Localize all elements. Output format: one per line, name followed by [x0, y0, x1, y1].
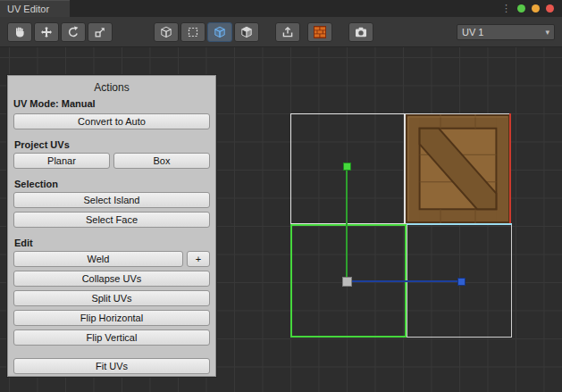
uv-quad-crate-texture[interactable] — [405, 113, 511, 224]
texture-bricks-icon — [314, 26, 326, 38]
edit-section-label: Edit — [8, 231, 215, 251]
vertex-mode-button[interactable] — [154, 22, 179, 42]
toolbar: UV 1 ▾ — [0, 17, 562, 47]
split-uvs-button[interactable]: Split UVs — [13, 290, 210, 306]
titlebar: UV Editor ⋮ — [0, 0, 562, 17]
camera-icon — [355, 26, 367, 38]
selection-mode-group — [154, 22, 259, 42]
uv-canvas[interactable]: Actions UV Mode: Manual Convert to Auto … — [0, 47, 562, 392]
green-vertex-handle[interactable] — [343, 163, 351, 171]
kebab-menu-icon[interactable]: ⋮ — [501, 4, 511, 13]
blue-vertex-handle[interactable] — [457, 278, 466, 286]
gizmo-axis-green-line — [346, 166, 348, 279]
chevron-down-icon: ▾ — [545, 28, 549, 37]
object-mode-button[interactable] — [234, 22, 259, 42]
actions-panel-title: Actions — [8, 76, 215, 97]
crate-texture-image — [406, 114, 510, 223]
select-face-button[interactable]: Select Face — [13, 212, 210, 228]
rotate-icon — [67, 26, 80, 38]
export-saveuv-button[interactable] — [275, 22, 300, 42]
convert-to-auto-button[interactable]: Convert to Auto — [13, 113, 210, 129]
flip-vertical-button[interactable]: Flip Vertical — [13, 329, 210, 346]
export-icon — [281, 26, 294, 38]
planar-button[interactable]: Planar — [13, 153, 110, 169]
cube-face-selected-icon — [214, 26, 226, 38]
gizmo-axis-blue-line — [348, 280, 458, 282]
weld-button[interactable]: Weld — [13, 251, 183, 267]
collapse-uvs-button[interactable]: Collapse UVs — [13, 271, 210, 287]
tab-uv-editor[interactable]: UV Editor — [0, 0, 70, 17]
selection-section-label: Selection — [8, 172, 215, 192]
uv-channel-dropdown[interactable]: UV 1 ▾ — [457, 24, 555, 40]
screenshot-button[interactable] — [348, 22, 373, 42]
pan-tool-button[interactable] — [7, 22, 32, 42]
window-dot-red-icon[interactable] — [546, 4, 554, 13]
fit-uvs-button[interactable]: Fit UVs — [13, 358, 210, 374]
flip-horizontal-button[interactable]: Flip Horizontal — [13, 310, 210, 326]
marquee-mode-button[interactable] — [180, 22, 206, 42]
box-button[interactable]: Box — [113, 153, 210, 169]
titlebar-controls: ⋮ — [501, 0, 562, 17]
uv-mode-label: UV Mode: Manual — [8, 97, 215, 113]
scale-icon — [94, 26, 106, 38]
marquee-selection-icon — [187, 26, 199, 38]
uv-channel-value: UV 1 — [462, 27, 483, 38]
face-mode-button[interactable] — [207, 22, 232, 42]
window-dot-orange-icon[interactable] — [532, 4, 540, 13]
window-dot-green-icon[interactable] — [517, 4, 525, 13]
weld-options-button[interactable]: + — [187, 251, 210, 267]
weld-row: Weld + — [13, 251, 210, 267]
project-uvs-row: Planar Box — [13, 153, 210, 169]
window-title: UV Editor — [7, 4, 49, 14]
gray-pivot-handle[interactable] — [342, 277, 352, 287]
cube-vertex-icon — [160, 26, 172, 38]
actions-panel: Actions UV Mode: Manual Convert to Auto … — [7, 75, 216, 377]
select-island-button[interactable]: Select Island — [13, 192, 210, 208]
uv-seam-red-edge[interactable] — [509, 113, 511, 225]
texture-preview-button[interactable] — [307, 22, 332, 42]
project-uvs-section-label: Project UVs — [8, 133, 215, 153]
uv-edge-highlight-blue[interactable] — [407, 223, 512, 225]
scale-tool-button[interactable] — [88, 22, 113, 42]
transform-tool-group — [7, 22, 113, 42]
move-icon — [40, 26, 53, 38]
cube-object-icon — [240, 26, 253, 38]
rotate-tool-button[interactable] — [61, 22, 86, 42]
hand-pan-icon — [13, 26, 26, 38]
move-tool-button[interactable] — [34, 22, 59, 42]
